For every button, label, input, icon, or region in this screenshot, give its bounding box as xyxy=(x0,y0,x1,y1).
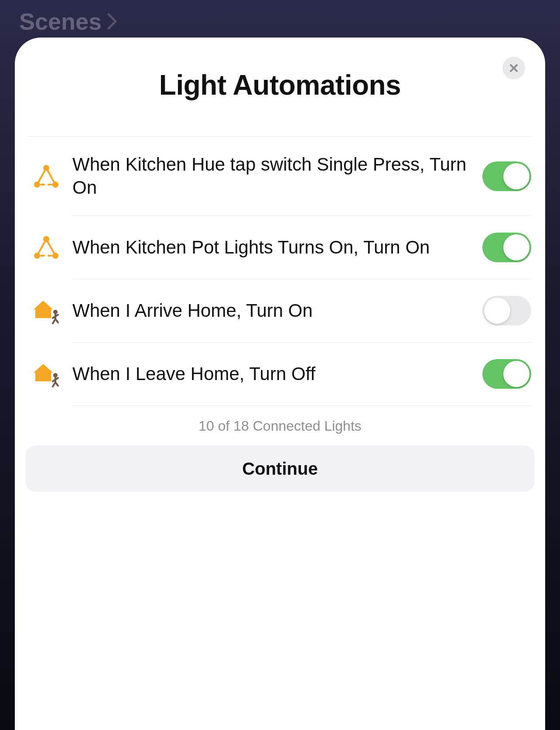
automation-toggle[interactable] xyxy=(482,359,531,389)
svg-line-11 xyxy=(46,239,55,256)
automation-row[interactable]: When Kitchen Pot Lights Turns On, Turn O… xyxy=(29,216,531,279)
connected-lights-status: 10 of 18 Connected Lights xyxy=(24,418,536,434)
automation-label: When I Arrive Home, Turn On xyxy=(72,299,482,322)
automation-label: When I Leave Home, Turn Off xyxy=(72,363,482,386)
continue-button[interactable]: Continue xyxy=(25,446,535,492)
home-person-icon xyxy=(29,360,64,387)
home-person-icon xyxy=(29,297,64,324)
automation-row[interactable]: When I Leave Home, Turn Off xyxy=(29,343,531,405)
sheet-title: Light Automations xyxy=(24,38,536,136)
continue-button-label: Continue xyxy=(242,459,318,479)
nav-title-label: Scenes xyxy=(19,8,102,35)
automation-row[interactable]: When I Arrive Home, Turn On xyxy=(29,279,531,342)
automation-label: When Kitchen Hue tap switch Single Press… xyxy=(72,153,482,199)
automation-icon xyxy=(29,164,64,189)
modal-sheet: Light Automations When Kitchen Hue tap s… xyxy=(15,38,545,730)
automation-icon xyxy=(29,235,64,260)
svg-point-14 xyxy=(53,310,58,314)
automation-toggle[interactable] xyxy=(482,233,531,262)
svg-line-3 xyxy=(37,168,46,185)
automation-toggle[interactable] xyxy=(482,161,531,191)
automation-toggle[interactable] xyxy=(482,296,531,326)
background-nav-title: Scenes xyxy=(19,8,117,35)
divider xyxy=(72,405,531,406)
close-button[interactable] xyxy=(502,57,525,79)
chevron-right-icon xyxy=(107,13,117,30)
svg-line-4 xyxy=(46,168,55,185)
close-icon xyxy=(509,63,519,73)
svg-line-10 xyxy=(37,239,46,256)
automation-label: When Kitchen Pot Lights Turns On, Turn O… xyxy=(72,236,482,259)
svg-point-15 xyxy=(53,373,58,377)
automation-row[interactable]: When Kitchen Hue tap switch Single Press… xyxy=(29,137,531,216)
